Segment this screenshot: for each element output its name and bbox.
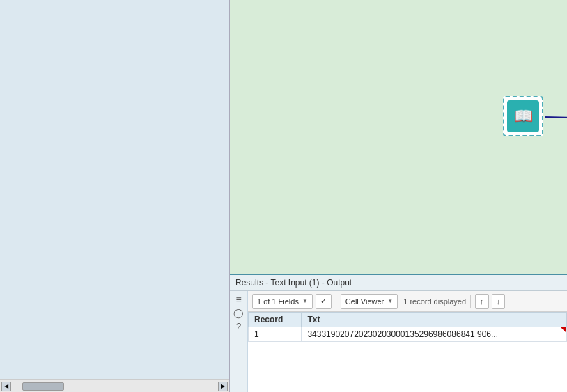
record-count-label: 1 record displayed xyxy=(403,297,466,306)
sort-up-button[interactable]: ↑ xyxy=(475,294,489,309)
results-left-icons: ≡ ◯ ? xyxy=(230,291,248,392)
toolbar-separator-2 xyxy=(470,295,471,308)
table-row: 1343319020720230203000135296986086841 90… xyxy=(249,327,567,342)
connections-svg xyxy=(230,0,567,274)
col-record: Record xyxy=(249,313,302,327)
scroll-right-arrow[interactable]: ▶ xyxy=(218,382,228,391)
results-table[interactable]: Record Txt 13433190207202302030001352969… xyxy=(248,312,567,392)
cell-viewer-dropdown-arrow: ▼ xyxy=(387,298,393,304)
data-table: Record Txt 13433190207202302030001352969… xyxy=(248,312,567,342)
results-header-label: Results - Text Input (1) - Output xyxy=(235,278,352,288)
canvas-area[interactable]: 📖 (.*) 🧪 ⊞ Invoice =REGEX_Replace([Txt],… xyxy=(230,0,567,274)
sort-down-button[interactable]: ↓ xyxy=(492,294,506,309)
fields-label: 1 of 1 Fields xyxy=(257,297,299,306)
book-node-inner: 📖 xyxy=(507,100,539,132)
cell-txt: 343319020720230203000135296986086841 906… xyxy=(302,327,567,342)
table-header-row: Record Txt xyxy=(249,313,567,327)
rows-icon[interactable]: ≡ xyxy=(235,294,241,305)
left-scrollbar: ◀ ▶ xyxy=(0,379,229,392)
results-header: Results - Text Input (1) - Output xyxy=(230,275,567,291)
right-panel: 📖 (.*) 🧪 ⊞ Invoice =REGEX_Replace([Txt],… xyxy=(230,0,567,392)
scroll-thumb[interactable] xyxy=(22,382,64,391)
help-icon[interactable]: ? xyxy=(236,321,241,331)
fields-button[interactable]: 1 of 1 Fields ▼ xyxy=(252,294,313,309)
down-arrow-icon: ↓ xyxy=(497,297,501,306)
up-arrow-icon: ↑ xyxy=(480,297,484,306)
cell-viewer-label: Cell Viewer xyxy=(345,297,384,306)
scroll-left-arrow[interactable]: ◀ xyxy=(1,382,11,391)
book-icon: 📖 xyxy=(514,107,533,125)
cell-viewer-button[interactable]: Cell Viewer ▼ xyxy=(341,294,398,309)
results-panel: Results - Text Input (1) - Output ≡ ◯ ? … xyxy=(230,274,567,392)
fields-dropdown-arrow: ▼ xyxy=(302,298,308,304)
cell-record: 1 xyxy=(249,327,302,342)
toolbar-separator-1 xyxy=(336,295,336,308)
book-node[interactable]: 📖 xyxy=(503,96,543,136)
filter-icon[interactable]: ◯ xyxy=(233,308,244,318)
results-toolbar: 1 of 1 Fields ▼ ✓ Cell Viewer ▼ 1 record… xyxy=(248,291,567,312)
col-txt: Txt xyxy=(302,313,567,327)
check-icon: ✓ xyxy=(320,297,327,306)
check-button[interactable]: ✓ xyxy=(316,294,332,309)
left-panel: ◀ ▶ xyxy=(0,0,230,392)
left-panel-content xyxy=(0,0,229,379)
